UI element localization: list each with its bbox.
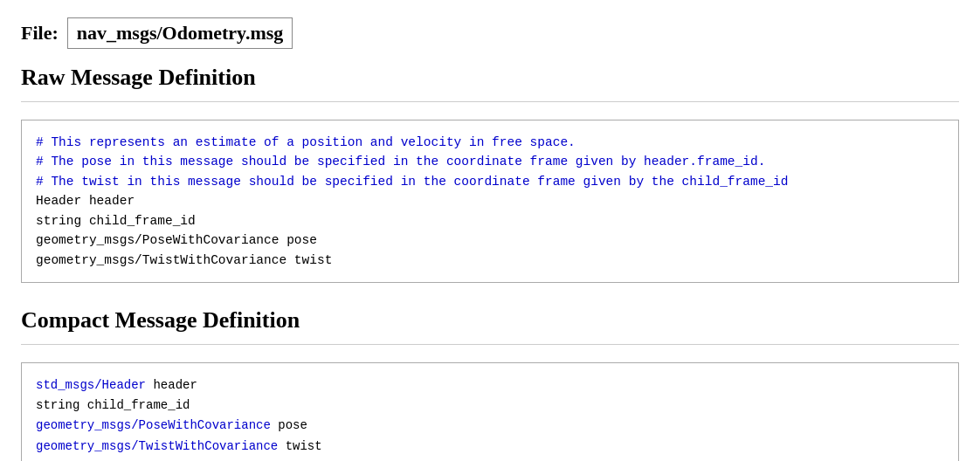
file-header: File: nav_msgs/Odometry.msg [21,17,959,49]
compact-line-3-rest: pose [271,418,307,432]
raw-comment-2: # The pose in this message should be spe… [36,155,765,169]
compact-code-block: std_msgs/Header header string child_fram… [21,362,959,461]
compact-line-1-rest: header [146,378,197,392]
file-name: nav_msgs/Odometry.msg [67,17,293,49]
compact-link-4[interactable]: geometry_msgs/TwistWithCovariance [36,439,278,453]
raw-line-2: string child_frame_id [36,214,196,228]
raw-comment-3: # The twist in this message should be sp… [36,175,788,189]
raw-section-heading: Raw Message Definition [21,65,959,91]
compact-section-divider [21,344,959,345]
raw-line-3: geometry_msgs/PoseWithCovariance pose [36,233,317,247]
compact-message-section: Compact Message Definition std_msgs/Head… [21,307,959,461]
raw-message-section: Raw Message Definition # This represents… [21,65,959,283]
compact-line-4-rest: twist [278,439,321,453]
compact-link-3[interactable]: geometry_msgs/PoseWithCovariance [36,418,271,432]
raw-code-block: # This represents an estimate of a posit… [21,120,959,283]
compact-section-heading: Compact Message Definition [21,307,959,334]
raw-line-1: Header header [36,194,135,208]
compact-line-2: string child_frame_id [36,398,190,412]
raw-line-4: geometry_msgs/TwistWithCovariance twist [36,253,332,267]
raw-section-divider [21,101,959,102]
compact-link-1[interactable]: std_msgs/Header [36,378,146,392]
file-label: File: [21,22,59,45]
raw-comment-1: # This represents an estimate of a posit… [36,135,576,149]
